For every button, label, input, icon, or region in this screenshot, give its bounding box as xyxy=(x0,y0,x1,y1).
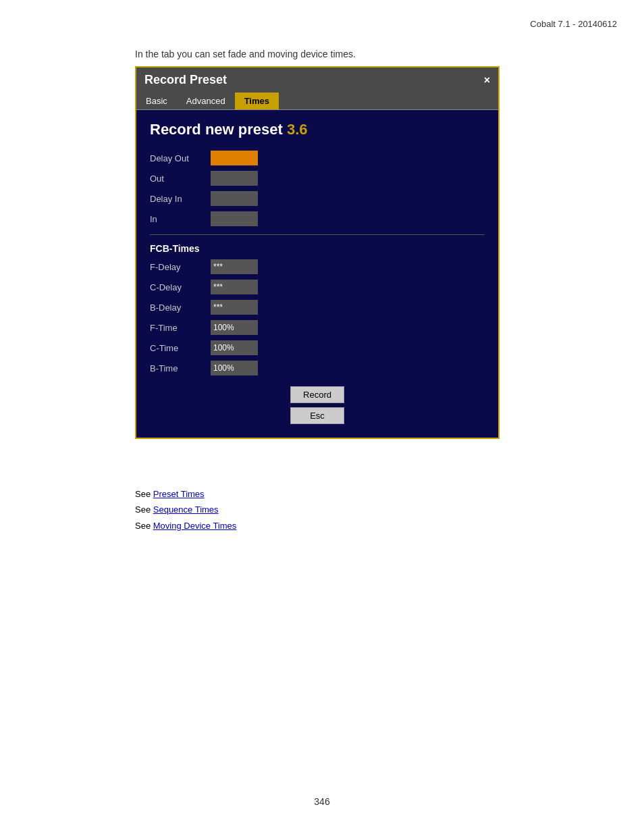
buttons-row: Record Esc xyxy=(150,386,485,424)
label-delay-in: Delay In xyxy=(150,194,211,204)
input-in[interactable] xyxy=(211,211,258,226)
dialog-body: Record new preset 3.6 Delay Out Out Dela… xyxy=(136,110,498,438)
field-row-delay-in: Delay In xyxy=(150,191,485,206)
footer-link-2: See Sequence Times xyxy=(135,502,236,517)
record-button[interactable]: Record xyxy=(290,386,344,403)
label-delay-out: Delay Out xyxy=(150,153,211,163)
input-b-time[interactable] xyxy=(211,361,258,375)
sequence-times-link[interactable]: Sequence Times xyxy=(153,504,219,515)
field-row-f-delay: F-Delay xyxy=(150,259,485,274)
dialog-titlebar: Record Preset × xyxy=(136,68,498,93)
field-row-f-time: F-Time xyxy=(150,320,485,335)
footer-link-3: See Moving Device Times xyxy=(135,518,236,533)
label-in: In xyxy=(150,214,211,224)
input-out[interactable] xyxy=(211,171,258,186)
label-f-time: F-Time xyxy=(150,323,211,333)
field-row-b-time: B-Time xyxy=(150,361,485,375)
esc-button[interactable]: Esc xyxy=(290,407,344,424)
field-row-c-time: C-Time xyxy=(150,340,485,355)
field-row-b-delay: B-Delay xyxy=(150,300,485,315)
tab-bar: Basic Advanced Times xyxy=(136,93,498,110)
record-preset-dialog: Record Preset × Basic Advanced Times Rec… xyxy=(135,66,500,439)
input-delay-in[interactable] xyxy=(211,191,258,206)
label-f-delay: F-Delay xyxy=(150,262,211,272)
label-b-delay: B-Delay xyxy=(150,303,211,313)
footer-links: See Preset Times See Sequence Times See … xyxy=(135,486,236,533)
preset-times-link[interactable]: Preset Times xyxy=(153,489,205,499)
moving-device-times-link[interactable]: Moving Device Times xyxy=(153,521,237,531)
input-delay-out[interactable] xyxy=(211,151,258,165)
input-b-delay[interactable] xyxy=(211,300,258,315)
input-f-delay[interactable] xyxy=(211,259,258,274)
page-number: 346 xyxy=(314,796,329,807)
label-out: Out xyxy=(150,174,211,184)
label-c-delay: C-Delay xyxy=(150,282,211,292)
preset-heading-num: 3.6 xyxy=(287,121,308,138)
tab-times[interactable]: Times xyxy=(235,93,279,109)
input-f-time[interactable] xyxy=(211,320,258,335)
field-row-in: In xyxy=(150,211,485,226)
intro-text: In the tab you can set fade and moving d… xyxy=(135,49,356,59)
tab-advanced[interactable]: Advanced xyxy=(177,93,235,109)
version-text: Cobalt 7.1 - 20140612 xyxy=(530,19,617,29)
preset-heading-prefix: Record new preset xyxy=(150,121,287,138)
fcb-section: FCB-Times F-Delay C-Delay B-Delay F-Time xyxy=(150,243,485,375)
field-row-delay-out: Delay Out xyxy=(150,151,485,165)
label-b-time: B-Time xyxy=(150,363,211,373)
footer-link-1: See Preset Times xyxy=(135,486,236,502)
fcb-section-heading: FCB-Times xyxy=(150,243,485,254)
input-c-time[interactable] xyxy=(211,340,258,355)
input-c-delay[interactable] xyxy=(211,280,258,294)
tab-basic[interactable]: Basic xyxy=(136,93,177,109)
preset-heading: Record new preset 3.6 xyxy=(150,121,485,138)
label-c-time: C-Time xyxy=(150,343,211,353)
divider xyxy=(150,234,485,235)
field-row-c-delay: C-Delay xyxy=(150,280,485,294)
close-button[interactable]: × xyxy=(484,74,490,86)
dialog-title: Record Preset xyxy=(144,73,227,87)
field-row-out: Out xyxy=(150,171,485,186)
